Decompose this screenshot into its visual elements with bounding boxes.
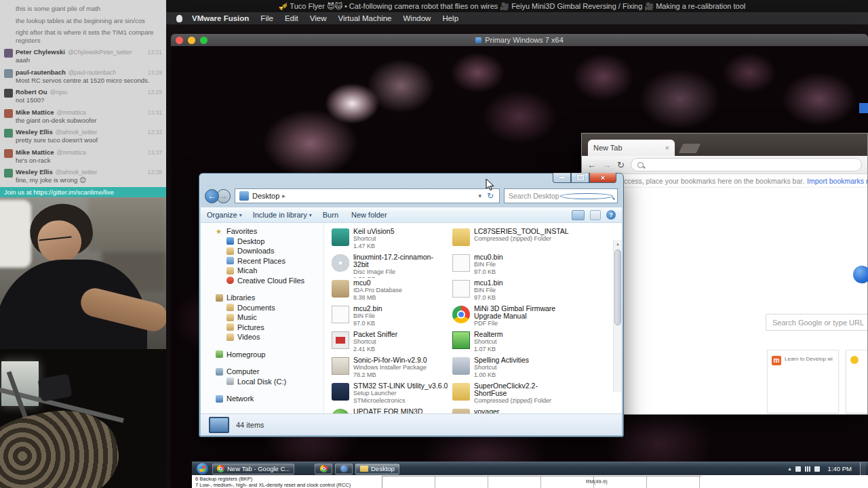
nav-item[interactable]: Network — [201, 394, 323, 404]
breadcrumb-caret-icon[interactable]: ▸ — [282, 192, 285, 199]
suggestion-card[interactable] — [846, 350, 868, 413]
action-center-icon[interactable] — [795, 466, 801, 472]
reload-icon[interactable]: ↻ — [617, 161, 625, 169]
nav-item[interactable]: Micah — [201, 266, 323, 276]
address-bar[interactable] — [631, 158, 862, 171]
breadcrumb[interactable]: Desktop ▸ ▾ ↻ — [235, 188, 500, 203]
taskbar-pinned-chrome[interactable] — [315, 464, 332, 474]
taskbar-explorer-window-button[interactable]: Desktop — [355, 464, 399, 474]
file-type: Shortcut — [474, 338, 503, 346]
file-item[interactable]: mcu2.bin BIN File 97.0 KB — [332, 305, 448, 329]
menu-item[interactable]: VMware Fusion — [192, 14, 249, 22]
nav-item[interactable]: Videos — [201, 332, 323, 342]
nav-item-label: Downloads — [237, 247, 274, 255]
taskbar-pinned-app[interactable] — [335, 464, 353, 474]
chat-username[interactable]: Wesley Ellis — [16, 168, 53, 176]
menu-item[interactable]: View — [310, 14, 327, 22]
suggestion-card[interactable]: m Learn to Develop wi — [767, 350, 839, 413]
nav-item[interactable]: Libraries — [201, 293, 323, 303]
start-button[interactable] — [197, 463, 208, 474]
menu-item[interactable]: File — [260, 14, 273, 22]
import-bookmarks-link[interactable]: Import bookmarks now... — [807, 177, 868, 185]
command-bar-item[interactable]: Burn — [323, 211, 340, 219]
nav-item[interactable]: Music — [201, 312, 323, 323]
file-item[interactable]: MiNi 3D Gimbal Firmware Upgrade Manual P… — [452, 305, 569, 329]
back-button[interactable]: ← — [205, 189, 219, 203]
command-bar-item[interactable]: Organize ▾ — [207, 211, 242, 219]
file-item[interactable]: Spelling Activities Shortcut 1.00 KB — [452, 357, 569, 381]
menu-item[interactable]: Window — [403, 14, 431, 22]
tab-close-icon[interactable]: × — [665, 144, 669, 152]
nav-item-label: Computer — [226, 367, 259, 375]
chat-username[interactable]: Robert Ou — [16, 88, 47, 96]
chat-username[interactable]: Mike Mattice — [16, 148, 54, 156]
new-tab-button[interactable] — [679, 144, 701, 153]
maximize-button[interactable] — [571, 173, 589, 183]
vmware-title-bar[interactable]: Primary Windows 7 x64 — [171, 34, 868, 46]
chat-message: right after that is where it sets the TI… — [4, 28, 165, 44]
preview-pane-button[interactable] — [590, 210, 601, 220]
taskbar-chrome-window-button[interactable]: New Tab - Google C... — [212, 464, 294, 474]
join-banner[interactable]: Join us at https://gitter.im/scanlime/li… — [0, 187, 166, 197]
menu-item[interactable]: Edit — [285, 14, 298, 22]
file-item[interactable]: Keil uVision5 Shortcut 1.47 KB — [332, 228, 448, 252]
nav-item[interactable]: Recent Places — [201, 256, 323, 266]
file-item[interactable]: Realterm Shortcut 1.07 KB — [452, 331, 569, 355]
scrollbar-thumb[interactable] — [614, 249, 621, 325]
pdf-bookmark-item[interactable]: 6 Backup registers (BKP) — [195, 476, 376, 482]
file-item[interactable]: SuperOneClickv2.2-ShortFuse Compressed (… — [452, 382, 569, 407]
nav-item[interactable]: Favorites — [201, 226, 323, 237]
nav-item[interactable]: Downloads — [201, 246, 323, 256]
volume-icon[interactable] — [814, 466, 820, 472]
nav-item[interactable]: Local Disk (C:) — [201, 377, 323, 387]
change-view-button[interactable] — [572, 210, 585, 220]
forward-icon[interactable]: → — [602, 161, 611, 169]
chat-username[interactable]: Mike Mattice — [16, 108, 54, 116]
nav-item[interactable]: Desktop — [201, 237, 323, 247]
command-bar-item[interactable]: Include in library ▾ — [253, 211, 312, 219]
nav-item-label: Local Disk (C:) — [237, 378, 286, 386]
vertical-scrollbar[interactable]: ▴ — [613, 240, 622, 392]
file-item[interactable]: voyager IDA Pro Database 3.64 MB — [452, 408, 569, 413]
nav-item[interactable]: Creative Cloud Files — [201, 276, 323, 286]
scroll-up-icon[interactable]: ▴ — [614, 240, 622, 248]
refresh-icon[interactable]: ↻ — [487, 191, 494, 201]
nav-item[interactable]: Documents — [201, 303, 323, 313]
file-item[interactable]: LC87SERIES_TOOL_INSTALLER Compressed (zi… — [452, 228, 569, 252]
explorer-search-box[interactable]: Search Desktop — [504, 188, 618, 203]
file-item[interactable]: mcu0 IDA Pro Database 8.38 MB — [332, 279, 448, 304]
file-item[interactable]: STM32 ST-LINK Utility_v3.6.0 Setup Launc… — [332, 382, 448, 407]
file-item[interactable]: mcu1.bin BIN File 97.0 KB — [452, 279, 569, 304]
join-banner-link[interactable]: Join us at https://gitter.im/scanlime/li… — [4, 188, 114, 196]
minimize-button[interactable] — [553, 173, 571, 183]
breadcrumb-location[interactable]: Desktop — [252, 192, 279, 200]
file-item[interactable]: linuxmint-17.2-cinnamon-32bit Disc Image… — [332, 253, 448, 278]
nav-item[interactable]: Computer — [201, 367, 323, 377]
back-icon[interactable]: ← — [587, 161, 596, 169]
pdf-bookmark-item[interactable]: 7 Low-, medium-, high- and XL-density re… — [195, 482, 376, 488]
file-item[interactable]: mcu0.bin BIN File 97.0 KB — [452, 253, 569, 278]
chat-username[interactable]: Wesley Ellis — [16, 128, 53, 136]
address-dropdown-icon[interactable]: ▾ — [478, 192, 481, 199]
help-button[interactable]: ? — [606, 210, 616, 220]
chat-username[interactable]: paul-rautenbach — [16, 68, 66, 76]
nav-item[interactable]: Homegroup — [201, 350, 323, 360]
file-item[interactable]: UPDATE FOR MIN3D AES_UPDATE TODO: <公司名> — [332, 408, 448, 413]
hidden-icons-chevron[interactable]: ▴ — [789, 466, 791, 472]
nav-item[interactable]: Pictures — [201, 323, 323, 333]
menu-item[interactable]: Virtual Machine — [338, 14, 391, 22]
taskbar-clock[interactable]: 1:40 PM — [828, 465, 852, 472]
menu-item[interactable]: Help — [442, 14, 458, 22]
file-item[interactable]: Sonic-Pi-for-Win-v2.9.0 Windows Installe… — [332, 357, 448, 381]
apple-icon[interactable] — [176, 15, 182, 22]
google-search-box[interactable]: Search Google or type URL — [766, 314, 868, 331]
close-button[interactable]: × — [589, 173, 616, 183]
chat-username[interactable]: Peter Chylewski — [16, 48, 65, 56]
chrome-tab[interactable]: New Tab × — [588, 140, 675, 156]
file-icon — [452, 409, 470, 413]
show-desktop-button[interactable] — [860, 462, 866, 475]
file-item[interactable]: Packet Sniffer Shortcut 2.41 KB — [332, 331, 448, 355]
command-bar-item[interactable]: New folder — [351, 211, 389, 219]
chat-handle: @rqou — [50, 89, 144, 96]
network-icon[interactable] — [805, 466, 810, 472]
